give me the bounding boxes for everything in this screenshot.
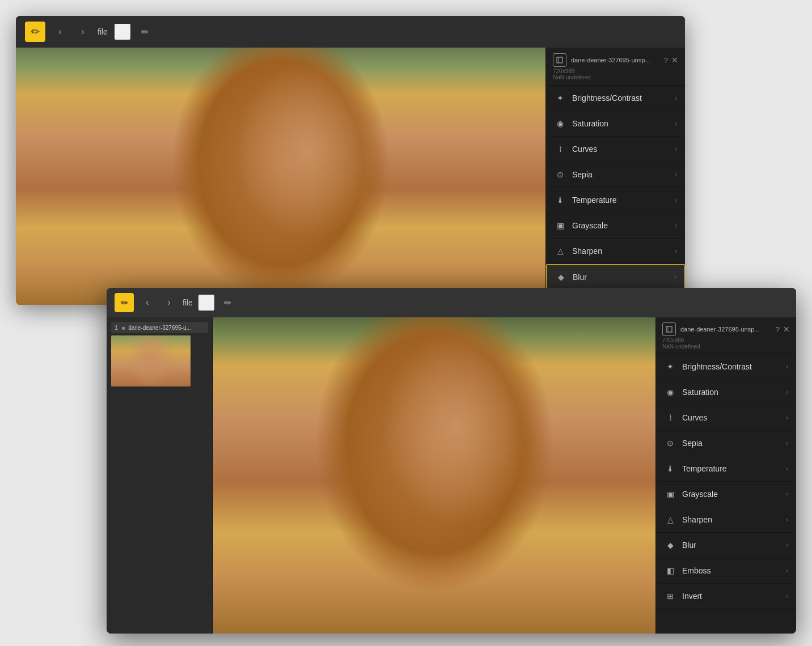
blur-icon: ◆ [555, 271, 567, 283]
sepia-icon: ⊙ [664, 437, 676, 449]
forward-btn-1[interactable]: › [75, 24, 91, 40]
filmstrip-thumbnail[interactable] [111, 335, 191, 386]
filter-item-blur[interactable]: ◆ Blur › [656, 533, 796, 558]
eyedropper-1[interactable]: ✏ [137, 24, 153, 40]
panel-header-top-2: dane-deaner-327695-unsp... ? ✕ [662, 322, 790, 336]
saturation-arrow-icon: › [786, 388, 788, 396]
sharpen-label: Sharpen [682, 515, 786, 524]
filter-item-grayscale[interactable]: ▣ Grayscale › [546, 213, 685, 239]
panel-header-top-1: dane-deaner-327695-unsp... ? ✕ [553, 53, 678, 67]
filter-item-blur[interactable]: ◆ Blur › [546, 264, 685, 290]
toolbar-1: ✏ ‹ › file ✏ [16, 16, 685, 48]
saturation-icon: ◉ [664, 386, 676, 398]
panel-help-2[interactable]: ? [776, 325, 780, 334]
filmstrip-count: 1 [115, 324, 118, 331]
sepia-icon: ⊙ [554, 168, 566, 181]
grayscale-icon: ▣ [554, 219, 566, 232]
brightness-label: Brightness/Contrast [572, 94, 675, 103]
temperature-label: Temperature [572, 196, 675, 205]
filter-item-temperature[interactable]: 🌡 Temperature › [656, 456, 796, 482]
filter-item-invert[interactable]: ⊞ Invert › [656, 584, 796, 609]
back-btn-2[interactable]: ‹ [139, 295, 155, 311]
filter-item-saturation[interactable]: ◉ Saturation › [656, 380, 796, 405]
invert-arrow-icon: › [786, 592, 788, 600]
app-logo-2[interactable]: ✏ [115, 293, 134, 312]
emboss-arrow-icon: › [786, 567, 788, 575]
invert-icon: ⊞ [664, 590, 676, 602]
filter-item-grayscale[interactable]: ▣ Grayscale › [656, 482, 796, 507]
filter-item-brightness[interactable]: ✦ Brightness/Contrast › [546, 86, 685, 111]
brightness-icon: ✦ [554, 92, 566, 104]
portrait-2 [213, 317, 655, 634]
panel-close-2[interactable]: ✕ [783, 325, 790, 334]
blur-icon: ◆ [664, 539, 676, 551]
filter-item-temperature[interactable]: 🌡 Temperature › [546, 188, 685, 213]
canvas-2[interactable] [213, 317, 655, 634]
forward-btn-2[interactable]: › [161, 295, 177, 311]
blur-arrow-icon: › [786, 541, 788, 549]
sharpen-icon: △ [664, 513, 676, 526]
logo-icon-1: ✏ [31, 26, 40, 38]
grayscale-icon: ▣ [664, 488, 676, 500]
sepia-label: Sepia [572, 170, 675, 179]
brightness-arrow-icon: › [786, 363, 788, 371]
blur-arrow-icon: › [674, 273, 676, 281]
emboss-icon: ◧ [664, 564, 676, 577]
filmstrip-check-icon: ■ [121, 325, 125, 331]
grayscale-arrow-icon: › [786, 490, 788, 498]
photo-bg-1 [16, 48, 545, 305]
right-panel-1: dane-deaner-327695-unsp... ? ✕ 720x988 N… [545, 48, 685, 305]
panel-help-1[interactable]: ? [664, 56, 668, 65]
color-swatch-2[interactable] [198, 295, 214, 311]
panel-icon-1 [553, 53, 566, 67]
filmstrip-item[interactable]: 1 ■ dane-deaner-327695-u... [111, 322, 208, 333]
emboss-label: Emboss [682, 566, 786, 575]
curves-icon: ⌇ [554, 143, 566, 155]
saturation-arrow-icon: › [675, 120, 677, 128]
panel-close-1[interactable]: ✕ [671, 56, 678, 65]
sharpen-arrow-icon: › [786, 516, 788, 524]
file-label-1: file [98, 27, 108, 36]
filter-item-brightness[interactable]: ✦ Brightness/Contrast › [656, 354, 796, 380]
blur-label: Blur [573, 273, 674, 282]
sharpen-arrow-icon: › [675, 247, 677, 255]
svg-rect-2 [666, 326, 672, 332]
filmstrip-thumb-face [111, 335, 191, 386]
sharpen-icon: △ [554, 245, 566, 257]
color-swatch-1[interactable] [115, 24, 130, 40]
saturation-label: Saturation [682, 388, 786, 397]
saturation-icon: ◉ [554, 117, 566, 130]
filter-item-saturation[interactable]: ◉ Saturation › [546, 111, 685, 137]
window-1: ✏ ‹ › file ✏ dane-dea [16, 16, 685, 305]
filter-item-emboss[interactable]: ◧ Emboss › [656, 558, 796, 584]
curves-arrow-icon: › [786, 414, 788, 422]
filter-item-sharpen[interactable]: △ Sharpen › [656, 507, 796, 533]
filter-item-sepia[interactable]: ⊙ Sepia › [656, 431, 796, 456]
invert-label: Invert [682, 592, 786, 601]
app-logo-1[interactable]: ✏ [25, 22, 45, 42]
grayscale-arrow-icon: › [675, 222, 677, 230]
canvas-1[interactable] [16, 48, 545, 305]
filter-item-sharpen[interactable]: △ Sharpen › [546, 239, 685, 264]
curves-icon: ⌇ [664, 411, 676, 424]
filter-item-curves[interactable]: ⌇ Curves › [546, 137, 685, 162]
window2-body: 1 ■ dane-deaner-327695-u... dane-deane [107, 317, 796, 634]
filter-item-sepia[interactable]: ⊙ Sepia › [546, 162, 685, 188]
saturation-label: Saturation [572, 119, 675, 128]
sharpen-label: Sharpen [572, 246, 675, 256]
portrait-1 [16, 48, 545, 305]
panel-header-1: dane-deaner-327695-unsp... ? ✕ 720x988 N… [546, 48, 685, 86]
grayscale-label: Grayscale [682, 490, 786, 499]
temperature-label: Temperature [682, 464, 786, 473]
filter-item-curves[interactable]: ⌇ Curves › [656, 405, 796, 431]
curves-label: Curves [572, 144, 675, 154]
temperature-icon: 🌡 [664, 462, 676, 475]
eyedropper-2[interactable]: ✏ [220, 295, 236, 311]
sepia-arrow-icon: › [675, 171, 677, 178]
panel-icon-2 [662, 322, 676, 336]
eyedropper-icon-2: ✏ [224, 298, 231, 308]
toolbar-2: ✏ ‹ › file ✏ [107, 288, 796, 317]
back-btn-1[interactable]: ‹ [52, 24, 68, 40]
brightness-label: Brightness/Contrast [682, 362, 786, 371]
blur-label: Blur [682, 541, 786, 550]
